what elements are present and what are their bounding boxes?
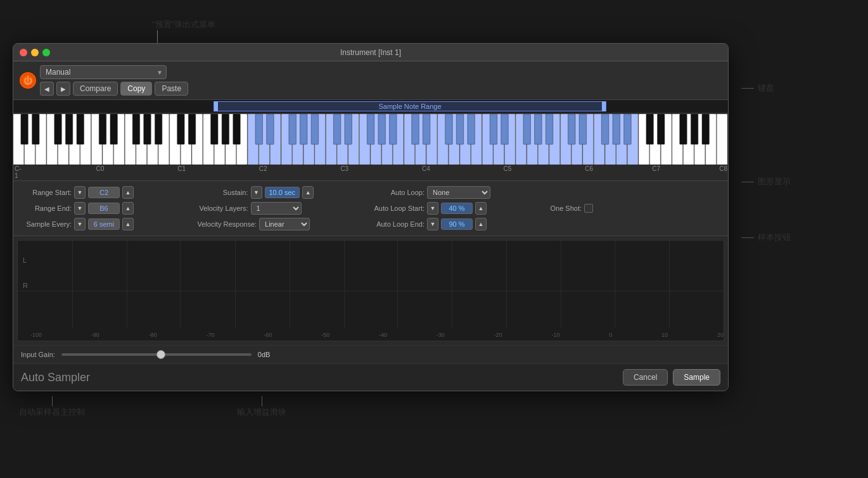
one-shot-checkbox[interactable] — [584, 204, 593, 213]
controls-col3: Auto Loop: None Auto Loop Start: ▼ 40 % … — [374, 186, 544, 230]
preset-dropdown[interactable]: Manual — [40, 65, 167, 79]
svg-rect-98 — [546, 114, 552, 144]
note-labels: C-1 C0 C1 C2 C3 C4 C5 C6 C7 C8 — [13, 163, 728, 180]
sample-button[interactable]: Sample — [673, 369, 720, 386]
range-handle-left[interactable] — [214, 101, 218, 111]
svg-rect-75 — [188, 114, 195, 144]
velocity-response-row: Velocity Response: Linear — [198, 218, 368, 230]
sample-note-range-container: Sample Note Range — [13, 100, 728, 113]
velocity-layers-label: Velocity Layers: — [198, 204, 248, 212]
bottom-annotation-controls-label: 自动采样器主控制 — [19, 406, 85, 418]
svg-rect-105 — [657, 114, 664, 144]
piano-keyboard[interactable] — [13, 113, 728, 163]
velocity-layers-select[interactable]: 1 — [251, 202, 302, 215]
svg-rect-100 — [579, 114, 586, 144]
svg-rect-108 — [702, 114, 709, 144]
svg-rect-84 — [333, 114, 340, 144]
one-shot-label: One Shot: — [551, 204, 582, 212]
tick-minus100: -100 — [30, 332, 42, 338]
tick-minus20: -20 — [494, 332, 502, 338]
velocity-response-select[interactable]: Linear — [259, 218, 310, 230]
velocity-layers-row: Velocity Layers: 1 — [198, 202, 368, 215]
sustain-row: Sustain: ▼ 10.0 sec ▲ — [198, 186, 368, 199]
sample-every-decrement[interactable]: ▼ — [74, 218, 86, 230]
vgrid-4 — [235, 241, 236, 328]
range-start-decrement[interactable]: ▼ — [74, 186, 86, 199]
svg-rect-101 — [601, 114, 608, 144]
svg-rect-63 — [717, 114, 727, 165]
svg-rect-73 — [155, 114, 162, 144]
copy-button[interactable]: Copy — [120, 82, 152, 96]
svg-rect-104 — [646, 114, 653, 144]
tick-20: 20 — [717, 332, 724, 338]
compare-button[interactable]: Compare — [73, 82, 118, 96]
nav-prev-button[interactable]: ◀ — [40, 82, 54, 96]
annotation-keyboard: 键盘 — [741, 82, 791, 94]
auto-loop-start-decrement[interactable]: ▼ — [427, 202, 438, 215]
bottom-annotation-gain-label: 输入增益滑块 — [237, 406, 286, 418]
paste-button[interactable]: Paste — [155, 82, 188, 96]
auto-loop-select[interactable]: None — [427, 186, 490, 199]
controls-col2: Sustain: ▼ 10.0 sec ▲ Velocity Layers: 1… — [198, 186, 368, 230]
toolbar: ⏻ Manual ▼ ◀ ▶ Compare C — [13, 61, 728, 100]
minimize-button[interactable] — [31, 49, 39, 56]
svg-rect-74 — [177, 114, 184, 144]
graph-channel-r: R — [23, 282, 28, 289]
svg-rect-97 — [535, 114, 542, 144]
auto-loop-label: Auto Loop: — [374, 189, 424, 196]
sample-note-range-bar[interactable]: Sample Note Range — [214, 101, 606, 111]
svg-rect-89 — [412, 114, 419, 144]
cancel-button[interactable]: Cancel — [623, 369, 668, 386]
vgrid-1 — [72, 241, 73, 328]
maximize-button[interactable] — [42, 49, 50, 56]
svg-rect-90 — [423, 114, 430, 144]
auto-loop-start-increment[interactable]: ▲ — [475, 202, 487, 215]
note-label-c3: C3 — [339, 165, 349, 179]
range-handle-right[interactable] — [602, 101, 606, 111]
toolbar-row2: ◀ ▶ Compare Copy Paste — [40, 82, 188, 96]
sample-every-increment[interactable]: ▲ — [122, 218, 134, 230]
toolbar-inner: Manual ▼ ◀ ▶ Compare Copy Paste — [40, 65, 188, 96]
svg-rect-99 — [568, 114, 575, 144]
bottom-bar: Auto Sampler Cancel Sample — [13, 363, 728, 391]
controls-col1: Range Start: ▼ C2 ▲ Range End: ▼ B6 ▲ Sa… — [21, 186, 191, 230]
tick-minus70: -70 — [206, 332, 214, 338]
svg-rect-87 — [378, 114, 385, 144]
nav-next-button[interactable]: ▶ — [56, 82, 70, 96]
svg-rect-107 — [691, 114, 698, 144]
range-start-value: C2 — [88, 187, 120, 198]
auto-loop-start-label: Auto Loop Start: — [374, 204, 424, 212]
annotation-sample: 样本按钮 — [741, 232, 791, 243]
tick-minus60: -60 — [264, 332, 272, 338]
svg-rect-69 — [99, 114, 106, 144]
sustain-decrement[interactable]: ▼ — [251, 186, 262, 199]
svg-rect-82 — [300, 114, 307, 144]
annotation-graph-line — [741, 182, 754, 182]
svg-rect-78 — [233, 114, 240, 144]
vgrid-2 — [127, 241, 127, 328]
svg-rect-96 — [523, 114, 530, 144]
vgrid-3 — [180, 241, 181, 328]
svg-rect-93 — [468, 114, 475, 144]
input-gain-slider-thumb[interactable] — [156, 350, 165, 359]
power-button[interactable]: ⏻ — [20, 72, 36, 89]
annotation-graph: 图形显示 — [741, 176, 791, 187]
annotation-graph-label: 图形显示 — [758, 176, 791, 187]
input-gain-slider-track[interactable] — [61, 353, 252, 356]
sustain-increment[interactable]: ▲ — [302, 186, 314, 199]
auto-loop-start-row: Auto Loop Start: ▼ 40 % ▲ — [374, 202, 544, 215]
close-button[interactable] — [20, 49, 27, 56]
auto-loop-start-value: 40 % — [441, 203, 473, 214]
range-start-row: Range Start: ▼ C2 ▲ — [21, 186, 191, 199]
auto-loop-end-increment[interactable]: ▲ — [475, 218, 487, 230]
auto-loop-end-decrement[interactable]: ▼ — [427, 218, 438, 230]
svg-rect-91 — [445, 114, 452, 144]
range-start-increment[interactable]: ▲ — [122, 186, 134, 199]
range-end-decrement[interactable]: ▼ — [74, 202, 86, 215]
range-end-increment[interactable]: ▲ — [122, 202, 134, 215]
svg-rect-80 — [267, 114, 274, 144]
vgrid-12 — [669, 241, 670, 328]
sample-every-value: 6 semi — [88, 218, 120, 230]
auto-loop-end-row: Auto Loop End: ▼ 90 % ▲ — [374, 218, 544, 230]
outer-container: "预置"弹出式菜单 Instrument [Inst 1] ⏻ — [13, 19, 791, 418]
